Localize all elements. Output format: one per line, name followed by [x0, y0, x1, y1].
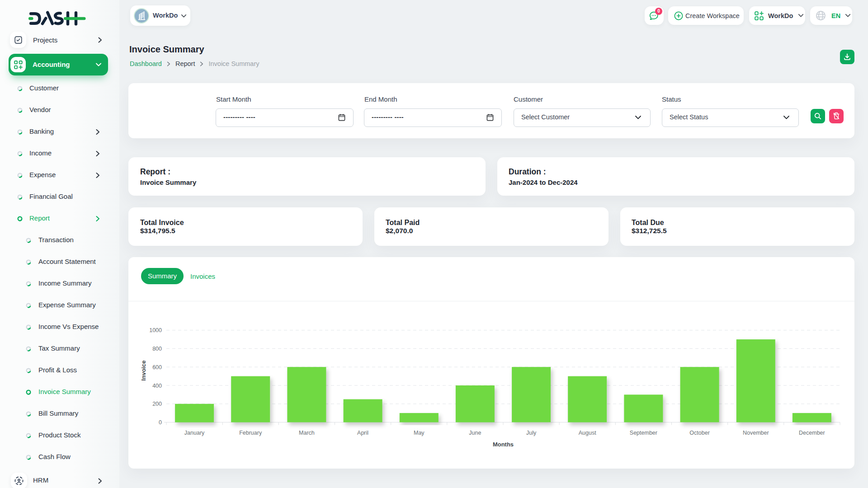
svg-text:April: April	[357, 430, 368, 436]
svg-text:September: September	[630, 430, 657, 436]
svg-text:200: 200	[152, 401, 162, 407]
svg-text:800: 800	[152, 346, 162, 352]
svg-text:October: October	[689, 430, 709, 436]
svg-text:March: March	[299, 430, 315, 436]
svg-text:November: November	[743, 430, 769, 436]
svg-text:600: 600	[152, 364, 162, 371]
svg-text:June: June	[469, 430, 481, 436]
svg-text:0: 0	[159, 419, 162, 426]
svg-text:July: July	[526, 430, 537, 436]
svg-text:400: 400	[152, 383, 162, 389]
svg-text:August: August	[579, 430, 596, 436]
svg-text:December: December	[799, 430, 825, 436]
svg-text:February: February	[239, 430, 262, 436]
svg-text:May: May	[414, 430, 425, 436]
svg-text:1000: 1000	[149, 327, 162, 333]
svg-text:Invoice: Invoice	[140, 361, 147, 381]
svg-text:January: January	[184, 430, 205, 436]
svg-text:Months: Months	[493, 441, 514, 448]
